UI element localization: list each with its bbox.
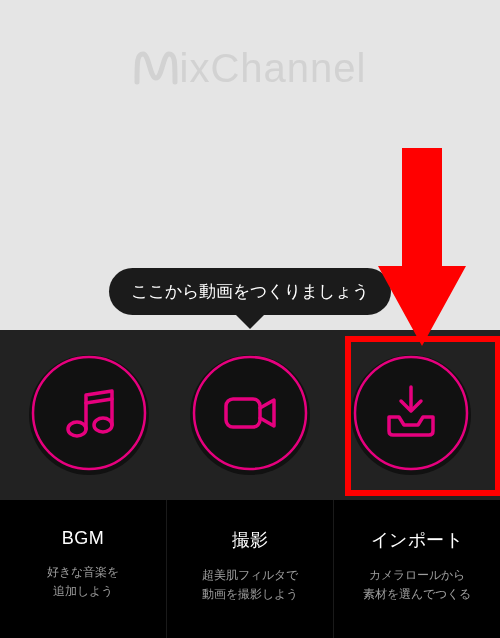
bgm-label-col: BGM 好きな音楽を 追加しよう [0,500,167,638]
video-camera-icon [190,353,310,477]
svg-point-1 [68,422,86,436]
svg-point-5 [355,357,467,469]
import-subtitle: カメラロールから 素材を選んでつくる [344,566,490,604]
bgm-title: BGM [10,528,156,549]
app-logo: ixChannel [0,46,500,95]
record-button[interactable] [190,355,310,475]
svg-point-0 [33,357,145,469]
download-tray-icon [351,353,471,477]
import-button[interactable] [351,355,471,475]
record-subtitle: 超美肌フィルタで 動画を撮影しよう [177,566,323,604]
bgm-button[interactable] [29,355,149,475]
logo-text: ixChannel [180,46,367,90]
svg-point-3 [194,357,306,469]
import-label-col: インポート カメラロールから 素材を選んでつくる [334,500,500,638]
bgm-subtitle: 好きな音楽を 追加しよう [10,563,156,601]
import-title: インポート [344,528,490,552]
record-label-col: 撮影 超美肌フィルタで 動画を撮影しよう [167,500,334,638]
svg-rect-4 [226,399,260,427]
record-title: 撮影 [177,528,323,552]
labels-row: BGM 好きな音楽を 追加しよう 撮影 超美肌フィルタで 動画を撮影しよう イン… [0,500,500,638]
music-note-icon [29,353,149,477]
action-bar [0,330,500,500]
hint-text: ここから動画をつくりましょう [131,282,369,301]
hint-tooltip: ここから動画をつくりましょう [109,268,391,315]
svg-point-2 [94,418,112,432]
logo-mark-icon [134,48,178,95]
